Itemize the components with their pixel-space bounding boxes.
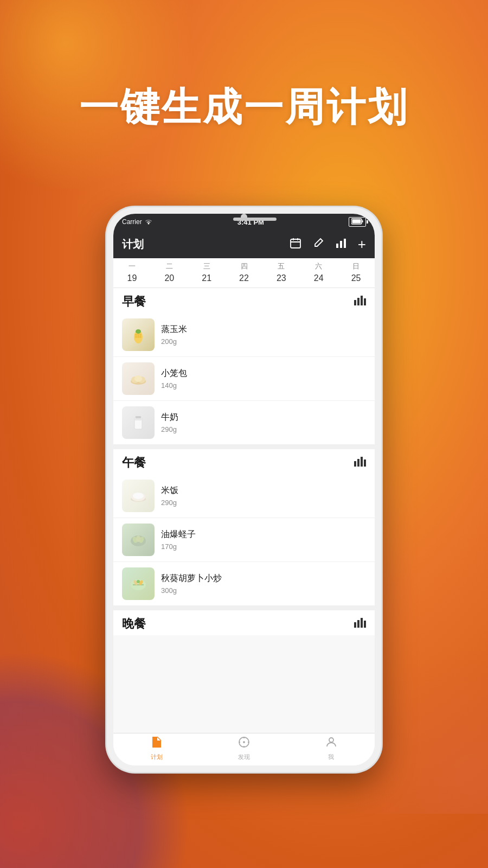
food-name-corn: 蒸玉米: [161, 324, 366, 335]
svg-rect-1: [362, 220, 363, 222]
svg-rect-3: [291, 239, 300, 248]
svg-rect-10: [354, 300, 356, 305]
svg-rect-48: [364, 621, 366, 628]
svg-point-19: [135, 336, 137, 338]
phone-shell: Carrier 3:41 PM: [106, 206, 382, 773]
food-item-rice[interactable]: 米饭 290g: [113, 474, 375, 518]
food-name-milk: 牛奶: [161, 412, 366, 423]
food-info-rice: 米饭 290g: [161, 485, 366, 507]
svg-point-55: [329, 738, 333, 742]
food-name-rice: 米饭: [161, 485, 366, 496]
tab-discover-label: 发现: [238, 753, 250, 761]
food-item-clam[interactable]: 油爆蛏子 170g: [113, 518, 375, 562]
meal-list: 早餐: [113, 288, 375, 733]
nav-title: 计划: [122, 237, 290, 252]
svg-rect-28: [136, 416, 141, 418]
tab-me-label: 我: [328, 753, 334, 761]
food-image-corn: [122, 318, 155, 351]
food-info-veggie: 秋葵胡萝卜小炒 300g: [161, 573, 366, 595]
week-days-row: 一 二 三 四 五 六 日: [113, 258, 375, 272]
wifi-icon: [144, 219, 153, 225]
svg-rect-2: [352, 220, 361, 224]
phone-device: Carrier 3:41 PM: [106, 206, 382, 773]
food-image-veggie: [122, 567, 155, 600]
tab-me-icon: [325, 736, 338, 752]
day-sat: 六: [300, 261, 337, 271]
food-info-milk: 牛奶 290g: [161, 412, 366, 433]
date-22[interactable]: 22: [226, 273, 263, 283]
add-icon[interactable]: +: [358, 236, 366, 253]
svg-point-16: [135, 334, 137, 336]
svg-point-18: [139, 334, 142, 336]
svg-rect-45: [354, 622, 356, 628]
svg-point-25: [134, 375, 142, 382]
svg-point-17: [137, 334, 139, 336]
hero-title: 一键生成一周计划: [0, 81, 488, 133]
lunch-header: 午餐: [113, 449, 375, 474]
lunch-title: 午餐: [122, 455, 146, 471]
svg-point-50: [243, 742, 245, 743]
svg-rect-8: [340, 241, 342, 248]
svg-point-21: [139, 336, 142, 338]
food-amount-clam: 170g: [161, 542, 366, 551]
svg-rect-7: [336, 244, 338, 248]
svg-point-44: [137, 580, 140, 583]
tab-plan[interactable]: 计划: [113, 736, 201, 761]
dinner-title: 晚餐: [122, 616, 146, 632]
food-item-veggie[interactable]: 秋葵胡萝卜小炒 300g: [113, 562, 375, 606]
food-amount-rice: 290g: [161, 499, 366, 507]
day-wed: 三: [188, 261, 226, 271]
svg-rect-30: [357, 459, 359, 467]
tab-me[interactable]: 我: [287, 736, 375, 761]
date-20[interactable]: 20: [151, 273, 188, 283]
date-25[interactable]: 25: [337, 273, 375, 283]
food-amount-corn: 200g: [161, 337, 366, 346]
food-name-veggie: 秋葵胡萝卜小炒: [161, 573, 366, 584]
date-19[interactable]: 19: [113, 273, 151, 283]
food-name-baozi: 小笼包: [161, 368, 366, 379]
week-header: 一 二 三 四 五 六 日 19 20 21 22 23 24 25: [113, 258, 375, 288]
food-amount-milk: 290g: [161, 425, 366, 433]
section-divider-2: [113, 606, 375, 610]
svg-point-39: [136, 535, 140, 542]
edit-icon[interactable]: [312, 237, 324, 252]
breakfast-chart-icon[interactable]: [354, 296, 366, 308]
battery-icon: [349, 217, 366, 227]
food-image-clam: [122, 524, 155, 556]
nav-bar: 计划: [113, 230, 375, 258]
svg-rect-9: [344, 239, 346, 248]
svg-point-20: [137, 336, 139, 338]
food-item-corn[interactable]: 蒸玉米 200g: [113, 313, 375, 357]
svg-rect-11: [357, 298, 359, 305]
food-item-baozi[interactable]: 小笼包 140g: [113, 357, 375, 401]
nav-icons: +: [290, 236, 366, 253]
tab-bar: 计划 发现: [113, 733, 375, 765]
status-bar: Carrier 3:41 PM: [113, 214, 375, 230]
tab-plan-label: 计划: [151, 753, 163, 761]
breakfast-header: 早餐: [113, 288, 375, 313]
calendar-icon[interactable]: [290, 237, 301, 252]
chart-icon[interactable]: [335, 237, 347, 252]
svg-rect-13: [364, 298, 366, 305]
food-amount-baozi: 140g: [161, 381, 366, 390]
date-21[interactable]: 21: [188, 273, 226, 283]
food-item-milk[interactable]: 牛奶 290g: [113, 401, 375, 445]
date-24[interactable]: 24: [300, 273, 337, 283]
food-image-milk: [122, 406, 155, 439]
svg-point-35: [133, 493, 144, 499]
carrier-label: Carrier: [122, 218, 153, 226]
date-23[interactable]: 23: [262, 273, 300, 283]
lunch-chart-icon[interactable]: [354, 457, 366, 469]
tab-discover[interactable]: 发现: [201, 736, 288, 761]
breakfast-title: 早餐: [122, 293, 146, 310]
food-amount-veggie: 300g: [161, 586, 366, 595]
tab-discover-icon: [237, 736, 251, 752]
day-mon: 一: [113, 261, 151, 271]
tab-plan-icon: [150, 736, 163, 752]
dinner-chart-icon[interactable]: [354, 618, 366, 630]
phone-screen: Carrier 3:41 PM: [113, 214, 375, 765]
day-sun: 日: [337, 261, 375, 271]
svg-rect-31: [361, 457, 363, 467]
status-time: 3:41 PM: [237, 218, 264, 226]
svg-rect-47: [361, 618, 363, 628]
